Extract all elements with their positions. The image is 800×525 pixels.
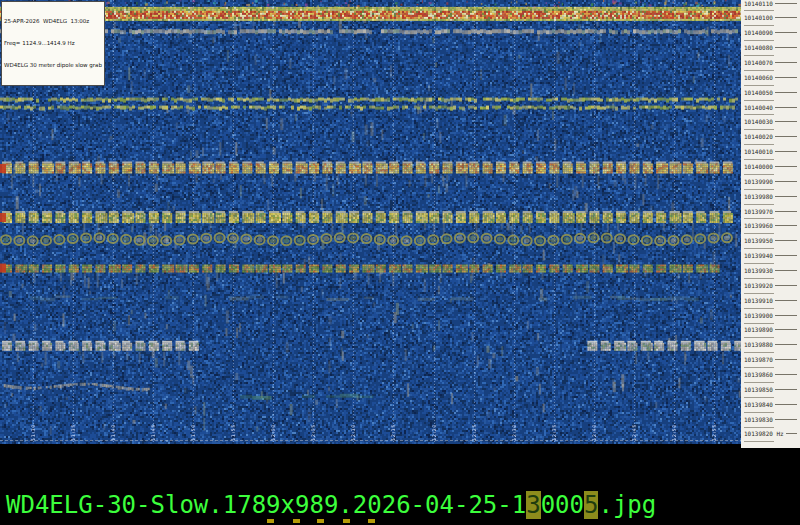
freq-axis-minor-tick (744, 263, 774, 264)
time-axis-label: 12:40 (591, 424, 597, 441)
freq-axis-minor-tick (744, 352, 774, 353)
freq-axis-label: 10140000 (741, 163, 800, 170)
freq-axis-tick (775, 329, 797, 330)
freq-axis-minor-tick (744, 25, 774, 26)
freq-axis-label: 10139970 (741, 208, 800, 215)
freq-axis-minor-tick (744, 233, 774, 234)
freq-axis-label: 10139930 (741, 267, 800, 274)
freq-axis-tick (775, 77, 797, 78)
freq-axis-tick (775, 225, 797, 226)
freq-axis-tick (775, 255, 797, 256)
freq-axis-minor-tick (744, 114, 774, 115)
time-axis-label: 11:30 (30, 424, 36, 441)
time-axis-label: 12:35 (551, 424, 557, 441)
underline-mark (317, 519, 324, 523)
time-axis-label: 11:35 (70, 424, 76, 441)
freq-axis-minor-tick (744, 218, 774, 219)
freq-axis-label: 10140070 (741, 59, 800, 66)
freq-axis-label: 10139950 (741, 237, 800, 244)
freq-axis-minor-tick (744, 144, 774, 145)
waterfall-spectrogram: 11:3011:3511:4011:4511:5011:5512:0012:05… (0, 0, 741, 444)
freq-axis-tick (775, 419, 797, 420)
freq-axis-tick (775, 151, 797, 152)
freq-axis-tick (775, 315, 797, 316)
freq-axis-minor-tick (744, 55, 774, 56)
frequency-axis: 1014011010140100101400901014008010140070… (741, 0, 800, 448)
freq-axis-minor-tick (744, 159, 774, 160)
freq-axis-minor-tick (744, 10, 774, 11)
freq-axis-minor-tick (744, 248, 774, 249)
freq-axis-minor-tick (744, 189, 774, 190)
freq-axis-label: 10139830 (741, 416, 800, 423)
grabber-info-box: 25-APR-2026 WD4ELG 13:00z Freq= 1124.9..… (1, 1, 105, 86)
freq-axis-label: 10139820 Hz (741, 430, 800, 437)
filename-text-prefix: WD4ELG-30-Slow.1789x989.2026-04-25-1 (6, 491, 526, 519)
freq-axis-minor-tick (744, 204, 774, 205)
freq-axis-label: 10139900 (741, 312, 800, 319)
underline-mark (368, 519, 375, 523)
freq-axis-label: 10140110 (741, 0, 800, 7)
freq-axis-label: 10140080 (741, 44, 800, 51)
freq-axis-label: 10139850 (741, 386, 800, 393)
filename-highlight-char-2: 5 (584, 491, 598, 519)
time-axis-label: 12:25 (471, 424, 477, 441)
time-axis-label: 12:45 (631, 424, 637, 441)
time-axis-label: 12:05 (310, 424, 316, 441)
freq-axis-minor-tick (744, 174, 774, 175)
freq-axis-tick (775, 62, 797, 63)
info-line-freq-range: Freq= 1124.9...1414.9 Hz (4, 40, 102, 47)
freq-axis-minor-tick (744, 278, 774, 279)
freq-axis-tick (775, 196, 797, 197)
freq-axis-label: 10140040 (741, 104, 800, 111)
freq-axis-tick (775, 389, 797, 390)
freq-axis-label: 10139860 (741, 371, 800, 378)
time-axis-label: 12:20 (431, 424, 437, 441)
freq-axis-tick (786, 433, 797, 434)
waterfall-canvas (0, 0, 741, 444)
freq-axis-label: 10140010 (741, 148, 800, 155)
freq-axis-minor-tick (744, 70, 774, 71)
freq-axis-label: 10139880 (741, 341, 800, 348)
freq-axis-tick (775, 344, 797, 345)
freq-axis-label: 10140100 (741, 14, 800, 21)
time-axis-label: 11:40 (110, 424, 116, 441)
freq-axis-label: 10139870 (741, 356, 800, 363)
freq-axis-tick (775, 359, 797, 360)
freq-axis-label: 10139940 (741, 252, 800, 259)
info-line-datetime: 25-APR-2026 WD4ELG 13:00z (4, 18, 102, 25)
freq-axis-tick (775, 270, 797, 271)
freq-axis-label: 10139990 (741, 178, 800, 185)
time-axis-label: 12:00 (270, 424, 276, 441)
freq-axis-label: 10139920 (741, 282, 800, 289)
freq-axis-label: 10140060 (741, 74, 800, 81)
freq-axis-tick (775, 300, 797, 301)
freq-axis-tick (775, 3, 797, 4)
freq-axis-minor-tick (744, 323, 774, 324)
freq-axis-label: 10139960 (741, 222, 800, 229)
freq-axis-minor-tick (744, 397, 774, 398)
freq-axis-label: 10140030 (741, 118, 800, 125)
freq-axis-label: 10140050 (741, 89, 800, 96)
freq-axis-label: 10139840 (741, 401, 800, 408)
freq-axis-tick (775, 47, 797, 48)
filename-text-mid: 000 (541, 491, 584, 519)
filename-caption: WD4ELG-30-Slow.1789x989.2026-04-25-13000… (6, 492, 656, 519)
freq-axis-tick (775, 181, 797, 182)
filename-text-suffix: .jpg (598, 491, 656, 519)
time-axis-label: 11:55 (230, 424, 236, 441)
freq-axis-tick (775, 92, 797, 93)
freq-axis-minor-tick (744, 100, 774, 101)
freq-axis-label: 10139980 (741, 193, 800, 200)
filename-highlight-char-1: 3 (526, 491, 540, 519)
freq-axis-tick (775, 166, 797, 167)
time-axis-label: 12:30 (511, 424, 517, 441)
freq-axis-tick (775, 17, 797, 18)
freq-axis-label: 10139890 (741, 326, 800, 333)
time-axis-label: 11:45 (150, 424, 156, 441)
freq-axis-label: 10140020 (741, 133, 800, 140)
time-axis-label: 11:50 (190, 424, 196, 441)
freq-axis-minor-tick (744, 40, 774, 41)
freq-axis-minor-tick (744, 441, 774, 442)
time-axis-label: 12:50 (671, 424, 677, 441)
screen: 11:3011:3511:4011:4511:5011:5512:0012:05… (0, 0, 800, 525)
